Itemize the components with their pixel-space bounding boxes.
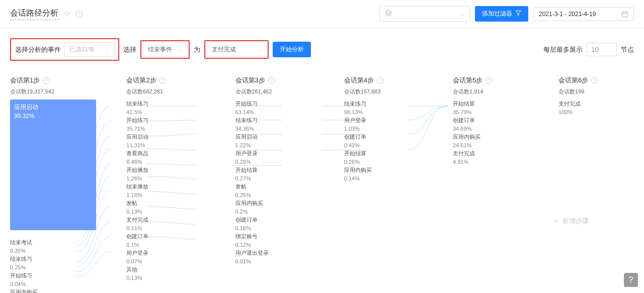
sankey-node[interactable]: 其他0.13% [126, 265, 205, 282]
sankey-node[interactable]: 查看商品8.46% [126, 149, 205, 166]
step-title: 会话第5步 [453, 76, 482, 85]
sankey-node[interactable]: 结束练习98.13% [344, 100, 423, 116]
sankey-node[interactable]: 用户登录0.28% [235, 149, 314, 166]
sankey-step: 会话第1步?会话数19,317,542应用启动99.32%结束考试0.35%结束… [10, 76, 96, 293]
chevron-down-icon: ⌄ [460, 11, 464, 17]
analysis-toolbar: 选择分析的事件 已选21项 ⌄ 选择 结束事件 ⌄ 为 支付完成 ⌄ 开始分析 … [0, 28, 644, 76]
funnel-icon [515, 10, 521, 18]
sankey-step: 会话第5步?会话数1,914开始结算35.79%创建订单34.69%应用内购买2… [453, 76, 528, 293]
sankey-node[interactable]: 应用内购买0.14% [344, 166, 423, 182]
sankey-node[interactable]: 用户登录1.03% [344, 116, 423, 133]
sankey-node[interactable]: 结束考试0.35% [10, 238, 96, 255]
nodes-suffix-label: 节点 [621, 45, 634, 54]
end-event-type-dropdown[interactable]: 结束事件 ⌄ [142, 42, 188, 57]
sankey-step: 会话第6步?会话数199支付完成100% [558, 76, 634, 293]
sankey-node[interactable]: 支付完成4.91% [453, 149, 528, 166]
step-count: 会话数199 [558, 88, 634, 95]
sankey-node[interactable]: 创建订单0.1% [126, 232, 205, 249]
event-select-label: 选择分析的事件 [15, 45, 61, 54]
sankey-node[interactable]: 发帖0.13% [126, 199, 205, 216]
sankey-node[interactable]: 创建订单0.42% [344, 133, 423, 149]
sankey-node[interactable]: 创建订单34.69% [453, 116, 528, 133]
sankey-node[interactable]: 应用内购买0.2% [235, 199, 314, 216]
sankey-node[interactable]: 结束练习41.5% [126, 100, 205, 116]
sankey-node[interactable]: 用户退出登录0.01% [235, 249, 314, 265]
step-count: 会话数682,281 [126, 88, 205, 95]
step-count: 会话数261,462 [235, 88, 314, 95]
highlight-box-endtype: 结束事件 ⌄ [140, 40, 190, 59]
calendar-icon [621, 11, 628, 18]
add-filter-button[interactable]: 添加过滤器 [475, 6, 528, 22]
chevron-down-icon: ⌄ [257, 47, 261, 52]
help-icon[interactable]: ? [75, 11, 83, 18]
page-header: 会话路径分析 ⓘ ? ⌄ 添加过滤器 2021-3-1 - 2021-4-19 [0, 0, 644, 28]
step-title: 会话第3步 [235, 76, 265, 85]
sankey-node[interactable]: 支付完成0.11% [126, 216, 205, 232]
help-icon[interactable]: ? [486, 77, 493, 84]
step-count: 会话数157,683 [344, 88, 423, 95]
max-nodes-label: 每层最多展示 [543, 45, 583, 54]
header-dropdown[interactable]: ⌄ [379, 6, 470, 22]
select-label: 选择 [123, 45, 136, 54]
sankey-node[interactable]: 开始结算35.79% [453, 100, 528, 116]
date-range-picker[interactable]: 2021-3-1 - 2021-4-19 [533, 7, 634, 21]
chevron-down-icon: ⌄ [105, 47, 109, 52]
help-icon[interactable]: ? [43, 77, 50, 84]
event-select-dropdown[interactable]: 已选21项 ⌄ [64, 42, 114, 57]
sankey-node[interactable]: 发帖0.25% [235, 182, 314, 199]
sankey-node[interactable]: 开始练习63.14% [235, 100, 314, 116]
max-nodes-input[interactable] [587, 43, 617, 56]
sankey-node[interactable]: 应用内购买0.02% [10, 288, 96, 293]
sankey-node[interactable]: 应用启动1.22% [235, 133, 314, 149]
sankey-node[interactable]: 支付完成100% [558, 100, 634, 116]
target-event-dropdown[interactable]: 支付完成 ⌄ [206, 42, 267, 57]
help-icon[interactable]: ? [159, 77, 167, 84]
sankey-step: 会话第3步?会话数261,462开始练习63.14%结束练习34.36%应用启动… [235, 76, 314, 293]
help-icon[interactable]: ? [268, 77, 275, 84]
svg-rect-0 [622, 12, 628, 17]
cube-icon [385, 10, 392, 18]
start-analysis-button[interactable]: 开始分析 [273, 42, 311, 57]
sankey-node[interactable]: 用户登录0.07% [126, 249, 205, 265]
sankey-node[interactable]: 创建订单0.16% [235, 216, 314, 232]
highlight-box-target: 支付完成 ⌄ [204, 40, 269, 59]
sankey-node[interactable]: 开始结算0.26% [344, 149, 423, 166]
page-title: 会话路径分析 [10, 8, 58, 20]
step-title: 会话第2步 [126, 76, 156, 85]
step-count: 会话数19,317,542 [10, 88, 96, 95]
sankey-node[interactable]: 应用启动11.31% [126, 133, 205, 149]
sankey-node[interactable]: 应用内购买24.61% [453, 133, 528, 149]
chevron-down-icon: ⌄ [178, 47, 182, 52]
sankey-node[interactable]: 开始结算0.27% [235, 166, 314, 182]
sankey-node[interactable]: 绑定账号0.12% [235, 232, 314, 249]
info-icon[interactable]: ⓘ [63, 11, 70, 18]
primary-node[interactable]: 应用启动99.32% [10, 100, 96, 230]
sankey-node[interactable]: 结束练习0.25% [10, 255, 96, 271]
sankey-step: 会话第4步?会话数157,683结束练习98.13%用户登录1.03%创建订单0… [344, 76, 423, 293]
help-icon[interactable]: ? [377, 77, 384, 84]
step-title: 会话第1步 [10, 76, 40, 85]
help-icon[interactable]: ? [591, 77, 598, 84]
sankey-node[interactable]: 开始练习35.71% [126, 116, 205, 133]
as-label: 为 [194, 45, 200, 54]
step-title: 会话第4步 [344, 76, 374, 85]
step-title: 会话第6步 [558, 76, 588, 85]
sankey-step: 会话第2步?会话数682,281结束练习41.5%开始练习35.71%应用启动1… [126, 76, 205, 293]
sankey-node[interactable]: 结束播放1.18% [126, 182, 205, 199]
sankey-node[interactable]: 结束练习34.36% [235, 116, 314, 133]
sankey-node[interactable]: 开始练习0.04% [10, 271, 96, 288]
step-count: 会话数1,914 [453, 88, 528, 95]
sankey-node[interactable]: 开始播放1.26% [126, 166, 205, 182]
sankey-chart: 会话第1步?会话数19,317,542应用启动99.32%结束考试0.35%结束… [0, 76, 644, 293]
highlight-box-events: 选择分析的事件 已选21项 ⌄ [10, 38, 119, 61]
